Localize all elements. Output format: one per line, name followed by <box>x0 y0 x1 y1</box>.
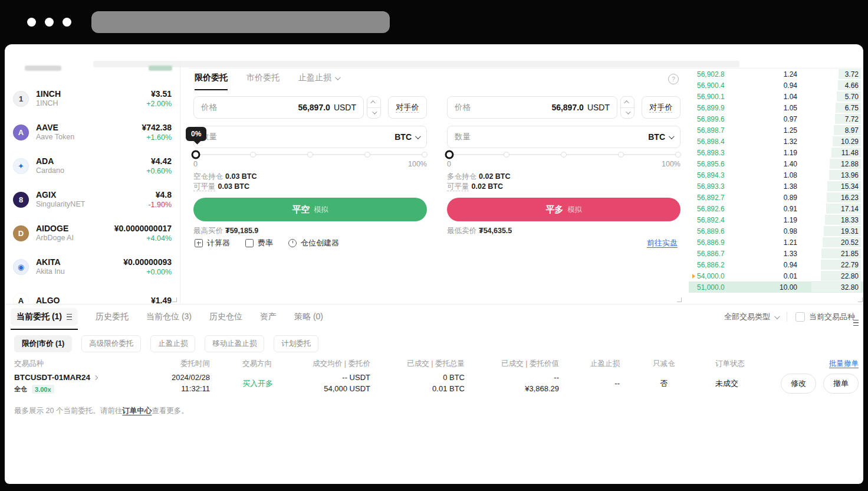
coin-list-item[interactable]: 8 AGIX SingularityNET ¥4.8 -1.90% <box>5 183 180 217</box>
amount-input[interactable]: 数量 BTC <box>193 126 427 148</box>
order-subtab[interactable]: 高级限价委托 <box>81 335 141 352</box>
orders-tab[interactable]: 当前仓位 (3) <box>146 308 192 326</box>
trade-type-filter[interactable]: 全部交易类型 <box>724 312 778 322</box>
orderbook-row[interactable]: 56,899.9 1.05 6.75 <box>689 102 863 113</box>
orderbook-row[interactable]: 56,898.7 1.25 8.97 <box>689 125 863 136</box>
resize-corner[interactable] <box>172 297 177 302</box>
go-live-link[interactable]: 前往实盘 <box>647 238 678 248</box>
orderbook-amount: 10.00 <box>756 283 797 292</box>
coin-list-item[interactable]: ✦ ADA Cardano ¥4.42 +0.60% <box>5 149 180 183</box>
resize-corner[interactable] <box>677 297 682 302</box>
slider-handle[interactable] <box>445 150 454 159</box>
sort-list-icon[interactable] <box>67 314 72 320</box>
trade-tab[interactable]: 限价委托 <box>195 73 228 90</box>
orderbook-row[interactable]: 56,892.4 1.19 18.33 <box>689 214 863 225</box>
orderbook-row[interactable]: 56,898.3 1.19 11.48 <box>689 147 863 158</box>
stepper-down-icon[interactable] <box>367 108 380 119</box>
order-center-link[interactable]: 订单中心 <box>122 407 152 415</box>
stepper-up-icon[interactable] <box>621 97 634 108</box>
slider-step[interactable] <box>364 152 370 158</box>
coin-list-item[interactable]: ◉ AKITA Akita Inu ¥0.00000093 +0.00% <box>5 250 180 284</box>
orderbook-row[interactable]: 56,886.7 1.33 21.85 <box>689 248 863 259</box>
orders-filters: 全部交易类型 当前交易品种 <box>724 312 855 322</box>
window-close-button[interactable] <box>27 18 36 27</box>
orderbook-row[interactable]: 56,889.6 0.98 19.31 <box>689 225 863 237</box>
orders-tab[interactable]: 历史委托 <box>96 308 129 326</box>
slider-handle[interactable] <box>192 150 200 159</box>
instrument-link[interactable]: BTCUSDT-01MAR24 <box>14 373 156 382</box>
amount-slider-long[interactable] <box>449 152 678 158</box>
orderbook-cum: 8.97 <box>845 126 859 135</box>
resize-corner[interactable] <box>858 297 863 302</box>
orderbook-row[interactable]: 51,000.0 10.00 32.80 <box>689 281 863 293</box>
order-subtab[interactable]: 移动止盈止损 <box>205 335 264 352</box>
amount-slider-short[interactable] <box>196 152 425 158</box>
price-input[interactable]: 价格 56,897.0USDT <box>447 96 617 119</box>
orders-tab[interactable]: 当前委托 (1) <box>11 308 78 326</box>
coin-change: +4.04% <box>114 234 172 243</box>
batch-cancel-link[interactable]: 批量撤单 <box>829 359 859 369</box>
slider-step[interactable] <box>250 152 256 158</box>
price-input[interactable]: 价格 56,897.0USDT <box>193 96 364 119</box>
coin-list-item[interactable]: A ALGO ¥1.49 <box>5 284 180 304</box>
help-icon[interactable]: ? <box>668 74 679 84</box>
orderbook-row[interactable]: 56,898.4 1.32 10.29 <box>689 136 863 147</box>
orderbook-row[interactable]: 56,886.2 0.94 22.79 <box>689 259 863 270</box>
amount-input[interactable]: 数量 BTC <box>447 126 680 148</box>
cancel-button[interactable]: 撤单 <box>823 374 859 394</box>
close-short-button[interactable]: 平空 模拟 <box>193 198 427 221</box>
slider-step[interactable] <box>422 152 428 158</box>
order-subtab[interactable]: 计划委托 <box>274 335 318 352</box>
slider-step[interactable] <box>504 152 509 158</box>
orderbook-row[interactable]: 56,902.8 1.24 3.72 <box>689 68 863 80</box>
orders-tab[interactable]: 历史仓位 <box>209 308 242 326</box>
fee-rate-button[interactable]: 费率 <box>245 238 273 248</box>
modify-button[interactable]: 修改 <box>781 374 816 394</box>
trade-tab[interactable]: 止盈止损 <box>298 73 339 90</box>
coin-list-item[interactable]: 1 1INCH 1INCH ¥3.51 +2.00% <box>5 82 180 116</box>
orders-tab[interactable]: 资产 <box>260 308 277 326</box>
orderbook-row[interactable]: 56,899.6 0.97 7.72 <box>689 113 863 125</box>
order-subtab[interactable]: 止盈止损 <box>150 335 195 352</box>
orderbook-row[interactable]: 56,900.4 0.94 4.66 <box>689 80 863 91</box>
coin-list-item[interactable]: D AIDOGE ArbDoge AI ¥0.0000000017 +4.04% <box>5 217 180 250</box>
trade-tab[interactable]: 市价委托 <box>246 73 280 90</box>
cell-instrument: BTCUSDT-01MAR24 全仓 3.00x <box>14 373 156 394</box>
address-bar[interactable] <box>91 11 390 33</box>
close-long-button[interactable]: 平多 模拟 <box>447 198 680 221</box>
counter-price-button[interactable]: 对手价 <box>642 96 680 119</box>
window-minimize-button[interactable] <box>45 18 54 27</box>
order-subtab[interactable]: 限价|市价 (1) <box>14 335 72 352</box>
orders-tab[interactable]: 策略 (0) <box>294 308 323 326</box>
orderbook-row[interactable]: 56,893.3 1.38 15.34 <box>689 181 863 192</box>
coin-list-item[interactable]: A AAVE Aave Token ¥742.38 +1.60% <box>5 116 180 149</box>
stepper-down-icon[interactable] <box>621 108 634 119</box>
current-symbol-filter[interactable]: 当前交易品种 <box>795 312 855 322</box>
price-unit: USDT <box>587 103 610 112</box>
orderbook-row[interactable]: 56,886.9 1.21 20.52 <box>689 237 863 248</box>
slider-step[interactable] <box>307 152 313 158</box>
column-header: 委托时间 <box>180 359 210 369</box>
margin-mode-badge: 全仓 <box>14 385 27 394</box>
orderbook-row[interactable]: 56,895.6 1.40 12.88 <box>689 158 863 169</box>
orderbook-row[interactable]: 56,892.6 0.91 17.14 <box>689 203 863 214</box>
calculator-button[interactable]: 计算器 <box>195 238 230 248</box>
orderbook-row[interactable]: 56,894.3 1.08 13.96 <box>689 169 863 181</box>
orderbook-row[interactable]: 56,900.1 1.04 5.70 <box>689 91 863 102</box>
orderbook-row[interactable]: 54,000.0 0.01 22.80 <box>689 270 863 281</box>
counter-price-button[interactable]: 对手价 <box>388 96 427 119</box>
position-builder-button[interactable]: 仓位创建器 <box>288 238 339 248</box>
unit-select[interactable]: BTC <box>648 132 673 142</box>
checkbox[interactable] <box>795 312 805 322</box>
column-settings-icon[interactable] <box>853 320 859 326</box>
column-header: 止盈止损 <box>590 359 620 369</box>
slider-step[interactable] <box>675 152 681 158</box>
price-stepper[interactable] <box>367 96 381 119</box>
slider-step[interactable] <box>561 152 567 158</box>
slider-step[interactable] <box>618 152 624 158</box>
window-maximize-button[interactable] <box>63 18 71 27</box>
orderbook-row[interactable]: 56,892.7 0.89 16.23 <box>689 192 863 203</box>
stepper-up-icon[interactable] <box>367 97 380 108</box>
unit-select[interactable]: BTC <box>394 132 419 142</box>
price-stepper[interactable] <box>620 96 634 119</box>
